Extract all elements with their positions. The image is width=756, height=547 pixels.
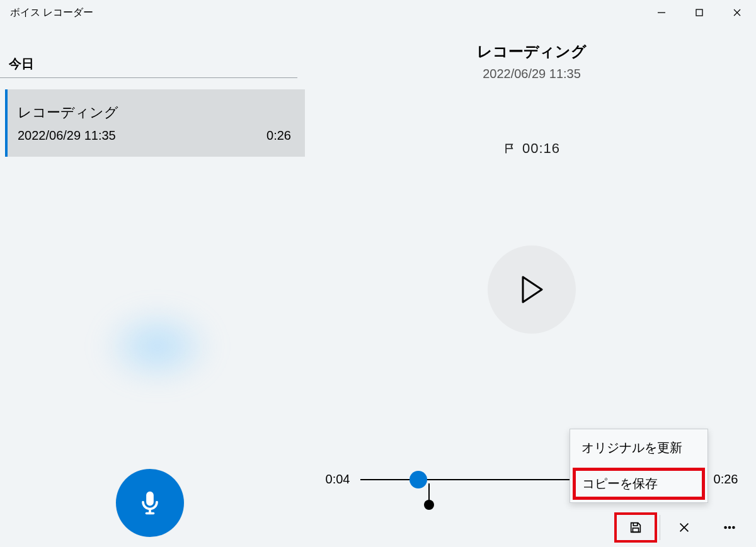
- more-icon: [723, 521, 736, 534]
- decorative-glow: [76, 290, 239, 403]
- flag-marker-row[interactable]: 00:16: [307, 140, 756, 157]
- cancel-button[interactable]: [662, 511, 707, 544]
- recordings-list-pane: 今日 レコーディング 2022/06/29 11:35 0:26: [0, 25, 307, 547]
- maximize-button[interactable]: [680, 0, 718, 25]
- detail-title: レコーディング: [307, 42, 756, 62]
- timeline-trim-marker[interactable]: [428, 483, 430, 501]
- timeline-current-time: 0:04: [320, 472, 355, 487]
- svg-point-12: [733, 527, 735, 529]
- timeline-end-time: 0:26: [708, 472, 743, 487]
- close-icon: [733, 8, 742, 17]
- detail-pane: レコーディング 2022/06/29 11:35 00:16 0:04 0:26: [307, 25, 756, 547]
- app-title: ボイス レコーダー: [10, 6, 93, 20]
- save-icon: [629, 521, 643, 534]
- save-popup-menu: オリジナルを更新 コピーを保存: [570, 429, 708, 503]
- save-button[interactable]: [613, 511, 658, 544]
- section-header-today: 今日: [0, 25, 297, 78]
- close-button[interactable]: [718, 0, 756, 25]
- play-button[interactable]: [488, 245, 576, 334]
- play-icon: [519, 276, 544, 303]
- svg-rect-7: [633, 528, 638, 532]
- minimize-icon: [657, 8, 666, 17]
- maximize-icon: [695, 8, 704, 17]
- popup-save-copy[interactable]: コピーを保存: [573, 468, 705, 500]
- svg-marker-6: [523, 277, 542, 302]
- record-button[interactable]: [116, 469, 184, 537]
- svg-point-11: [729, 527, 731, 529]
- bottom-toolbar: [307, 508, 756, 547]
- toolbar-separator: [660, 515, 660, 540]
- flag-time: 00:16: [522, 140, 560, 157]
- microphone-icon: [136, 489, 164, 517]
- titlebar: ボイス レコーダー: [0, 0, 756, 25]
- recording-duration: 0:26: [266, 128, 291, 143]
- popup-update-original[interactable]: オリジナルを更新: [570, 429, 707, 466]
- svg-point-10: [724, 527, 726, 529]
- minimize-button[interactable]: [643, 0, 680, 25]
- flag-icon: [503, 142, 516, 155]
- recordings-list: レコーディング 2022/06/29 11:35 0:26: [0, 89, 307, 157]
- close-icon: [677, 521, 691, 534]
- detail-date: 2022/06/29 11:35: [307, 67, 756, 81]
- recording-name: レコーディング: [18, 103, 291, 122]
- timeline-thumb[interactable]: [410, 471, 427, 488]
- svg-rect-1: [696, 9, 702, 16]
- recording-item[interactable]: レコーディング 2022/06/29 11:35 0:26: [5, 89, 305, 157]
- more-button[interactable]: [707, 511, 752, 544]
- detail-header: レコーディング 2022/06/29 11:35: [307, 42, 756, 81]
- window-controls: [643, 0, 756, 25]
- recording-date: 2022/06/29 11:35: [18, 128, 291, 143]
